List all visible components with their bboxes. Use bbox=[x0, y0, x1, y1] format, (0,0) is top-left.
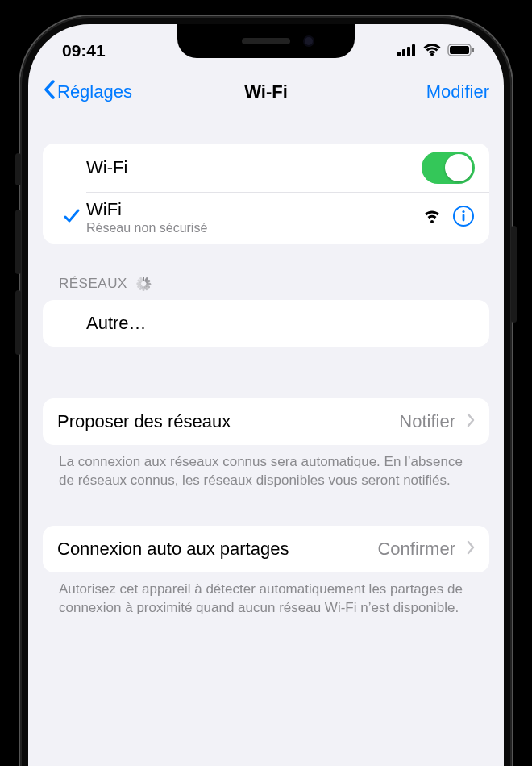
svg-point-8 bbox=[462, 210, 464, 213]
phone-frame: 09:41 Réglages Wi-Fi Modi bbox=[20, 16, 512, 766]
ask-join-group: Proposer des réseaux Notifier bbox=[43, 398, 489, 445]
other-network-label: Autre… bbox=[86, 313, 475, 334]
chevron-left-icon bbox=[43, 80, 56, 104]
wifi-signal-icon bbox=[423, 209, 441, 227]
checkmark-icon bbox=[63, 207, 81, 228]
power-button bbox=[511, 226, 517, 323]
screen: 09:41 Réglages Wi-Fi Modi bbox=[28, 24, 504, 766]
spinner-icon bbox=[135, 276, 152, 292]
wifi-group: Wi-Fi WiFi Réseau non sécurisé bbox=[43, 144, 489, 244]
info-icon[interactable] bbox=[452, 205, 475, 231]
ask-join-label: Proposer des réseaux bbox=[57, 411, 399, 432]
volume-up-button bbox=[15, 210, 21, 274]
notch bbox=[177, 24, 355, 58]
networks-header-label: RÉSEAUX bbox=[59, 276, 127, 292]
battery-icon bbox=[447, 41, 475, 60]
page-title: Wi-Fi bbox=[192, 81, 341, 102]
auto-hotspot-footer: Autorisez cet appareil à détecter automa… bbox=[43, 572, 489, 618]
mute-switch bbox=[15, 153, 21, 185]
speaker-grille bbox=[242, 38, 290, 44]
auto-hotspot-group: Connexion auto aux partages Confirmer bbox=[43, 526, 489, 572]
ask-join-footer: La connexion aux réseaux connus sera aut… bbox=[43, 445, 489, 490]
back-label: Réglages bbox=[57, 81, 132, 102]
volume-down-button bbox=[15, 290, 21, 355]
other-network-row[interactable]: Autre… bbox=[43, 300, 489, 347]
auto-hotspot-row[interactable]: Connexion auto aux partages Confirmer bbox=[43, 526, 489, 572]
svg-rect-6 bbox=[472, 48, 475, 52]
ask-join-value: Notifier bbox=[399, 411, 455, 432]
svg-rect-9 bbox=[463, 214, 465, 222]
nav-bar: Réglages Wi-Fi Modifier bbox=[28, 69, 504, 114]
back-button[interactable]: Réglages bbox=[43, 80, 192, 104]
svg-rect-5 bbox=[450, 46, 469, 54]
networks-group: Autre… bbox=[43, 300, 489, 347]
auto-hotspot-label: Connexion auto aux partages bbox=[57, 539, 377, 560]
wifi-toggle-row[interactable]: Wi-Fi bbox=[43, 144, 489, 192]
wifi-toggle[interactable] bbox=[422, 152, 475, 184]
wifi-icon bbox=[423, 41, 441, 60]
ask-join-row[interactable]: Proposer des réseaux Notifier bbox=[43, 398, 489, 445]
edit-button[interactable]: Modifier bbox=[340, 81, 489, 102]
chevron-right-icon bbox=[467, 540, 475, 558]
front-camera bbox=[303, 35, 314, 47]
chevron-right-icon bbox=[467, 413, 475, 431]
svg-rect-2 bbox=[407, 47, 410, 56]
connected-network-security: Réseau non sécurisé bbox=[86, 221, 423, 235]
svg-rect-1 bbox=[402, 49, 405, 56]
connected-network-row[interactable]: WiFi Réseau non sécurisé bbox=[43, 192, 489, 244]
auto-hotspot-value: Confirmer bbox=[377, 539, 455, 560]
svg-rect-3 bbox=[412, 44, 415, 56]
svg-rect-0 bbox=[397, 52, 401, 56]
wifi-toggle-label: Wi-Fi bbox=[86, 157, 422, 178]
status-time: 09:41 bbox=[62, 41, 106, 60]
cellular-icon bbox=[397, 41, 417, 60]
networks-header: RÉSEAUX bbox=[59, 276, 489, 292]
connected-network-name: WiFi bbox=[86, 200, 423, 219]
